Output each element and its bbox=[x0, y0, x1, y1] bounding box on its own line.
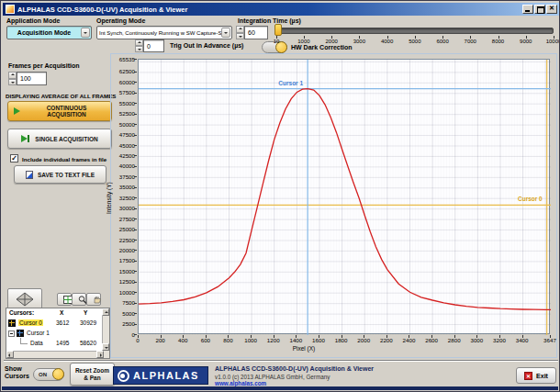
slider-tick-mark bbox=[554, 36, 554, 39]
cursors-header-label: Cursors: bbox=[9, 309, 34, 316]
slider-tick-label: 5000 bbox=[404, 39, 426, 44]
trig-out-value[interactable]: 0 bbox=[143, 39, 164, 52]
scroll-up-button[interactable] bbox=[102, 308, 109, 316]
titlebar: ALPHALAS CCD-S3600-D(-UV) Acquisition & … bbox=[3, 3, 559, 16]
x-column-header: X bbox=[60, 309, 63, 316]
slider-tick-label: 10000 bbox=[543, 39, 560, 44]
footer-divider bbox=[4, 360, 558, 362]
frames-per-acquisition-label: Frames per Acquisition bbox=[8, 62, 80, 69]
minimize-button[interactable] bbox=[522, 5, 533, 14]
right-arrow-icon bbox=[100, 353, 102, 357]
cursor1-name[interactable]: Cursor 1 bbox=[27, 330, 50, 336]
integration-time-value[interactable]: 60 bbox=[244, 26, 268, 39]
plot-cursor-label-0[interactable]: Cursor 0 bbox=[518, 196, 543, 202]
maximize-button[interactable] bbox=[534, 5, 545, 14]
x-axis-label: Pixel (X) bbox=[267, 345, 341, 352]
trig-out-spinner[interactable]: 0 bbox=[135, 39, 164, 52]
exit-button[interactable]: Exit bbox=[516, 367, 556, 384]
zoom-tool-button[interactable] bbox=[72, 293, 86, 306]
save-to-text-file-button[interactable]: SAVE TO TEXT FILE bbox=[14, 165, 106, 184]
up-arrow-icon bbox=[105, 311, 108, 313]
cursor0-icon bbox=[8, 319, 16, 327]
footer-version: v1.0.0 (c) 2013 ALPHALAS GmbH, Germany bbox=[215, 374, 330, 380]
y-column-header: Y bbox=[84, 309, 87, 316]
slider-tick-mark bbox=[304, 36, 305, 39]
footer-app-title: ALPHALAS CCD-S3600-D(-UV) Acquisition & … bbox=[215, 365, 374, 372]
cursor0-name[interactable]: Cursor 0 bbox=[18, 319, 43, 326]
decrement-icon[interactable] bbox=[8, 79, 17, 86]
run-arrow-icon bbox=[14, 107, 24, 115]
frames-per-acquisition-spinner[interactable]: 100 bbox=[8, 72, 47, 85]
reset-zoom-pan-button[interactable]: Reset Zoom & Pan bbox=[70, 363, 115, 386]
continuous-acquisition-label: CONTINUOUS ACQUISITION bbox=[28, 105, 106, 118]
cursor-tool-button[interactable] bbox=[57, 293, 72, 306]
scroll-left-button[interactable] bbox=[6, 351, 14, 358]
application-mode-select[interactable]: Acquisition Mode bbox=[6, 26, 92, 39]
display-average-note: DISPLAYING AVERAGE OF ALL FRAMES bbox=[6, 93, 116, 99]
slider-tick-mark bbox=[498, 36, 499, 39]
hand-icon bbox=[93, 296, 102, 304]
operating-mode-label: Operating Mode bbox=[96, 17, 145, 24]
plot-cursor-label-1[interactable]: Cursor 1 bbox=[278, 80, 303, 86]
slider-tick-mark bbox=[387, 36, 388, 39]
plot-area[interactable]: Cursor 0Cursor 1 bbox=[138, 59, 550, 334]
trig-out-label: Trig Out in Advance (µs) bbox=[170, 42, 243, 49]
hw-dark-correction-label: HW Dark Correction bbox=[291, 44, 353, 50]
include-frames-label: Include individual frames in file bbox=[22, 156, 106, 162]
close-button[interactable] bbox=[546, 5, 557, 14]
slider-tick-label: 9000 bbox=[515, 39, 537, 44]
hw-dark-correction-toggle[interactable] bbox=[262, 41, 287, 53]
decrement-icon[interactable] bbox=[236, 33, 244, 40]
slider-knob[interactable] bbox=[274, 24, 282, 36]
step-arrow-icon bbox=[21, 135, 31, 142]
slider-tick-label: 7000 bbox=[459, 39, 481, 44]
slider-tick-label: 4000 bbox=[376, 39, 398, 44]
operating-mode-select[interactable]: Int Synch, Continuously Running w SW Cap… bbox=[96, 26, 232, 39]
slider-tick-mark bbox=[442, 36, 443, 39]
cursor0-x-value: 3612 bbox=[56, 319, 69, 326]
cursor-legend[interactable]: Cursors: X Y Cursor 0 3612 30929 Cursor … bbox=[6, 308, 110, 359]
scroll-down-button[interactable] bbox=[102, 343, 109, 351]
cursor1-data-row[interactable]: Data 1495 58620 bbox=[6, 338, 109, 348]
single-acquisition-button[interactable]: SINGLE ACQUISITION bbox=[7, 129, 112, 149]
include-frames-checkbox[interactable] bbox=[10, 154, 18, 162]
scroll-right-button[interactable] bbox=[96, 351, 104, 358]
diamond-nav-icon bbox=[16, 292, 34, 307]
cursor1-data-name: Data bbox=[30, 340, 43, 346]
tree-elbow-icon bbox=[20, 338, 28, 344]
operating-mode-value: Int Synch, Continuously Running w SW Cap… bbox=[97, 30, 221, 36]
footer-website-link[interactable]: www.alphalas.com bbox=[215, 380, 266, 386]
alphalas-logo-text: ALPHALAS bbox=[133, 370, 199, 381]
down-arrow-icon bbox=[105, 347, 108, 349]
frames-per-acquisition-value[interactable]: 100 bbox=[17, 72, 47, 85]
save-to-text-file-label: SAVE TO TEXT FILE bbox=[38, 172, 95, 178]
legend-horizontal-scrollbar[interactable] bbox=[6, 351, 104, 358]
reset-zoom-pan-label: Reset Zoom & Pan bbox=[73, 367, 112, 382]
application-mode-dropdown-icon[interactable] bbox=[81, 28, 90, 38]
integration-time-spinner[interactable]: 60 bbox=[236, 26, 268, 39]
toggle-knob-icon bbox=[52, 368, 64, 380]
increment-icon[interactable] bbox=[236, 26, 244, 33]
increment-icon[interactable] bbox=[8, 72, 17, 79]
slider-tick-mark bbox=[331, 36, 332, 39]
single-acquisition-label: SINGLE ACQUISITION bbox=[35, 136, 97, 142]
pan-tool-button[interactable] bbox=[86, 293, 101, 306]
integration-time-slider[interactable] bbox=[276, 28, 554, 34]
application-mode-value: Acquisition Mode bbox=[7, 29, 81, 36]
app-icon bbox=[6, 5, 15, 14]
expander-icon[interactable] bbox=[8, 330, 15, 337]
save-icon bbox=[26, 171, 33, 179]
app-window: ALPHALAS CCD-S3600-D(-UV) Acquisition & … bbox=[0, 0, 560, 392]
slider-tick-mark bbox=[276, 36, 277, 39]
decrement-icon[interactable] bbox=[135, 46, 143, 52]
operating-mode-dropdown-icon[interactable] bbox=[221, 28, 230, 38]
continuous-acquisition-button[interactable]: CONTINUOUS ACQUISITION bbox=[7, 101, 112, 121]
cursor0-y-value: 30929 bbox=[80, 319, 96, 326]
cursor-row-0[interactable]: Cursor 0 3612 30929 bbox=[6, 318, 109, 328]
toggle-on-label: ON bbox=[39, 372, 47, 377]
application-mode-label: Application Mode bbox=[6, 17, 60, 24]
cursor-row-1[interactable]: Cursor 1 bbox=[6, 328, 109, 338]
alphalas-logo: ALPHALAS bbox=[113, 366, 208, 385]
increment-icon[interactable] bbox=[135, 39, 143, 46]
show-cursors-toggle[interactable]: ON bbox=[33, 368, 64, 381]
